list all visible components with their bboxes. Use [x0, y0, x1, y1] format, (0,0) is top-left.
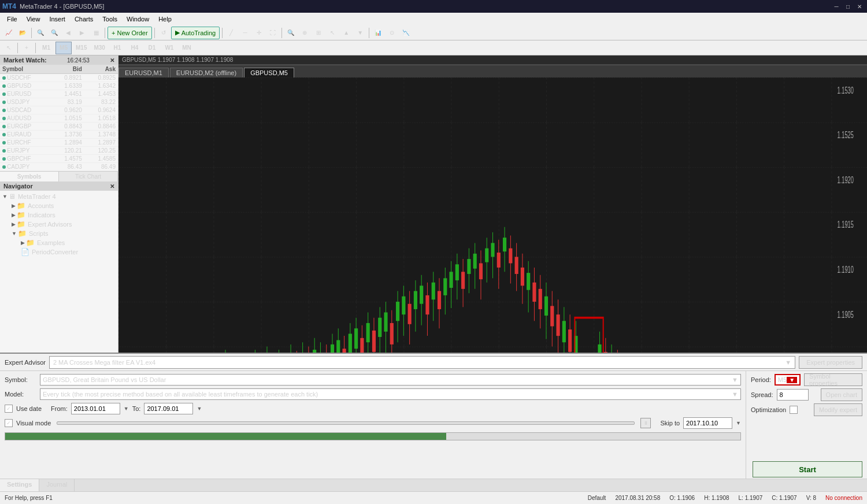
skip-to-input[interactable] [683, 417, 732, 429]
chart-bar[interactable]: ▦ [90, 27, 102, 39]
menu-file[interactable]: File [2, 14, 22, 24]
svg-rect-99 [378, 318, 381, 337]
cursor-button[interactable]: ↖ [326, 27, 339, 39]
autotrading-button[interactable]: ▶ AutoTrading [171, 27, 220, 39]
minimize-button[interactable]: ─ [831, 1, 842, 12]
cursor-mode[interactable]: ↖ [2, 42, 15, 54]
model-dropdown[interactable]: Every tick (the most precise method base… [40, 388, 741, 400]
symbol-dropdown[interactable]: GBPUSD, Great Britain Pound vs US Dollar… [40, 374, 741, 386]
h-line-button[interactable]: ─ [239, 27, 251, 39]
symbol-properties-button[interactable]: Symbol properties [804, 373, 862, 386]
open-button[interactable]: 📂 [16, 27, 29, 39]
refresh-button[interactable]: ↺ [157, 27, 170, 39]
nav-expert-advisors[interactable]: ▶ 📁 Expert Advisors [0, 220, 118, 229]
mag-button[interactable]: 🔍 [284, 27, 297, 39]
modify-expert-button[interactable]: Modify expert [814, 403, 862, 416]
market-watch-row[interactable]: USDCHF 0.8921 0.8925 [0, 74, 118, 82]
to-calendar-icon[interactable]: ▼ [197, 406, 202, 412]
optimization-checkbox[interactable] [790, 406, 798, 414]
chart-type[interactable]: 📉 [399, 27, 412, 39]
nav-examples[interactable]: ▶ 📁 Examples [0, 238, 118, 247]
tf-m1[interactable]: M1 [38, 42, 54, 54]
market-watch-close[interactable]: ✕ [110, 57, 114, 64]
computer-icon: 🖥 [9, 192, 16, 201]
tab-tick-chart[interactable]: Tick Chart [59, 172, 118, 181]
tf-h1[interactable]: H1 [109, 42, 125, 54]
menu-view[interactable]: View [22, 14, 45, 24]
nav-accounts[interactable]: ▶ 📁 Accounts [0, 201, 118, 210]
menu-charts[interactable]: Charts [70, 14, 98, 24]
visual-speed-slider[interactable] [57, 421, 635, 425]
nav-scripts[interactable]: ▼ 📁 Scripts [0, 229, 118, 238]
visual-mode-checkbox[interactable] [5, 419, 13, 427]
market-watch-row[interactable]: GBPUSD 1.6339 1.6342 [0, 82, 118, 90]
menu-insert[interactable]: Insert [45, 14, 70, 24]
market-watch-row[interactable]: EURAUD 1.3736 1.3748 [0, 131, 118, 139]
tf-d1[interactable]: D1 [144, 42, 160, 54]
start-button[interactable]: Start [753, 461, 862, 477]
nav-period-converter[interactable]: 📄 PeriodConverter [0, 247, 118, 257]
from-calendar-icon[interactable]: ▼ [124, 406, 129, 412]
use-date-checkbox[interactable] [5, 405, 13, 413]
market-watch-row[interactable]: USDCAD 0.9620 0.9624 [0, 106, 118, 114]
market-watch-row[interactable]: EURGBP 0.8843 0.8846 [0, 123, 118, 131]
pause-button[interactable]: ⏸ [640, 418, 651, 428]
open-chart-button[interactable]: Open chart [821, 388, 862, 401]
nav-indicators[interactable]: ▶ 📁 Indicators [0, 210, 118, 220]
new-order-button[interactable]: + New Order [108, 27, 152, 39]
expert-properties-button[interactable]: Expert properties [799, 356, 862, 369]
to-date-input[interactable] [144, 403, 193, 414]
up-button[interactable]: ▲ [340, 27, 353, 39]
spread-input[interactable] [777, 389, 809, 401]
tab-settings[interactable]: Settings [0, 479, 39, 491]
skip-calendar-icon[interactable]: ▼ [736, 420, 741, 426]
close-button[interactable]: ✕ [854, 1, 865, 12]
mw-ask: 86.49 [84, 163, 118, 171]
chart-scroll-left[interactable]: ◀ [62, 27, 75, 39]
zoom-fit-button[interactable]: ⛶ [266, 27, 279, 39]
market-watch-row[interactable]: USDJPY 83.19 83.22 [0, 98, 118, 106]
zoom-in-button[interactable]: 🔍 [34, 27, 47, 39]
menu-window[interactable]: Window [122, 14, 154, 24]
indicator-button[interactable]: 📊 [372, 27, 384, 39]
market-watch-row[interactable]: EURCHF 1.2894 1.2897 [0, 139, 118, 147]
menu-help[interactable]: Help [154, 14, 176, 24]
tf-mn[interactable]: MN [179, 42, 195, 54]
market-watch-row[interactable]: GBPCHF 1.4575 1.4585 [0, 155, 118, 163]
menu-tools[interactable]: Tools [98, 14, 122, 24]
tf-m5[interactable]: M5 [55, 42, 72, 54]
chart-tab-gbpusd-m5[interactable]: GBPUSD,M5 [244, 68, 294, 77]
market-watch-row[interactable]: AUDUSD 1.0515 1.0518 [0, 114, 118, 123]
ea-name-dropdown[interactable]: 2 MA Crosses Mega filter EA V1.ex4 ▼ [49, 356, 795, 369]
market-watch-row[interactable]: CADJPY 86.43 86.49 [0, 163, 118, 171]
nav-metatrader4[interactable]: ▼ 🖥 MetaTrader 4 [0, 192, 118, 201]
navigator-close[interactable]: ✕ [110, 183, 114, 190]
tab-journal[interactable]: Journal [39, 479, 75, 491]
crosshair-mode[interactable]: + [20, 42, 33, 54]
period-button[interactable]: ⊙ [386, 27, 398, 39]
from-date-input[interactable] [71, 403, 120, 414]
period-dropdown[interactable]: M5 ▼ [775, 374, 801, 386]
chart-scroll-right[interactable]: ▶ [76, 27, 88, 39]
crosshair-button[interactable]: ✛ [253, 27, 265, 39]
tab-symbols[interactable]: Symbols [0, 172, 59, 181]
market-watch-header[interactable]: Market Watch: 16:24:53 ✕ [0, 55, 118, 65]
chart-tab-eurusd-m1[interactable]: EURUSD,M1 [118, 68, 169, 77]
zoom-chart[interactable]: ⊕ [298, 27, 311, 39]
tf-h4[interactable]: H4 [127, 42, 143, 54]
chart-tab-eurusd-m2[interactable]: EURUSD,M2 (offline) [170, 68, 243, 77]
period-dropdown-btn[interactable]: ▼ [787, 377, 797, 383]
svg-rect-111 [414, 291, 417, 309]
tf-m15[interactable]: M15 [73, 42, 90, 54]
template-button[interactable]: ⊞ [312, 27, 325, 39]
svg-rect-151 [532, 283, 536, 302]
new-chart-button[interactable]: 📈 [2, 27, 15, 39]
tf-m30[interactable]: M30 [91, 42, 108, 54]
tf-w1[interactable]: W1 [161, 42, 177, 54]
down-button[interactable]: ▼ [354, 27, 366, 39]
market-watch-row[interactable]: EURUSD 1.4451 1.4453 [0, 90, 118, 98]
zoom-out-button[interactable]: 🔍 [48, 27, 61, 39]
market-watch-row[interactable]: EURJPY 120.21 120.25 [0, 147, 118, 155]
maximize-button[interactable]: □ [843, 1, 853, 12]
line-button[interactable]: ╱ [225, 27, 238, 39]
